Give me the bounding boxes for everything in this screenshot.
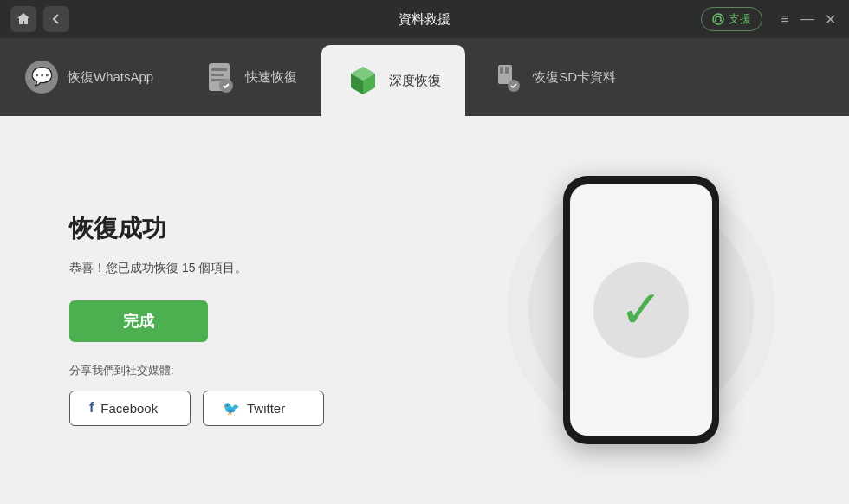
twitter-icon: 🐦 bbox=[223, 400, 240, 417]
window-controls: ≡ — ✕ bbox=[776, 10, 839, 28]
titlebar: 資料救援 支援 ≡ — ✕ bbox=[0, 0, 849, 38]
main-content: 恢復成功 恭喜！您已成功恢復 15 個項目。 完成 分享我們到社交媒體: f F… bbox=[0, 116, 849, 504]
svg-rect-16 bbox=[505, 67, 509, 74]
support-button[interactable]: 支援 bbox=[701, 7, 762, 31]
tab-quick-label: 快速恢復 bbox=[245, 69, 297, 86]
facebook-icon: f bbox=[89, 400, 94, 416]
tab-deep-label: 深度恢復 bbox=[389, 73, 441, 89]
app-title: 資料救援 bbox=[399, 11, 450, 28]
titlebar-right-controls: 支援 ≡ — ✕ bbox=[701, 7, 839, 31]
tab-whatsapp-label: 恢復WhatsApp bbox=[68, 69, 153, 86]
facebook-label: Facebook bbox=[100, 401, 158, 416]
checkmark-icon: ✓ bbox=[619, 284, 663, 336]
titlebar-left-controls bbox=[10, 6, 69, 32]
back-button[interactable] bbox=[43, 6, 69, 32]
deep-tab-icon bbox=[346, 63, 380, 98]
svg-rect-7 bbox=[211, 74, 224, 76]
quick-tab-icon bbox=[202, 60, 237, 94]
phone-illustration: ✓ bbox=[502, 176, 780, 444]
done-button[interactable]: 完成 bbox=[69, 300, 208, 342]
facebook-button[interactable]: f Facebook bbox=[69, 391, 191, 426]
headset-icon bbox=[712, 13, 724, 25]
success-title: 恢復成功 bbox=[69, 212, 502, 245]
menu-button[interactable]: ≡ bbox=[776, 10, 794, 28]
tab-sd[interactable]: 恢復SD卡資料 bbox=[465, 38, 640, 116]
tab-whatsapp[interactable]: 💬 恢復WhatsApp bbox=[0, 38, 178, 116]
sd-tab-icon bbox=[489, 60, 524, 94]
success-desc: 恭喜！您已成功恢復 15 個項目。 bbox=[69, 261, 502, 276]
support-label: 支援 bbox=[729, 11, 751, 27]
phone-screen: ✓ bbox=[570, 184, 712, 436]
svg-rect-15 bbox=[500, 67, 503, 74]
svg-text:💬: 💬 bbox=[31, 66, 53, 87]
tab-deep[interactable]: 深度恢復 bbox=[321, 45, 465, 116]
svg-point-0 bbox=[713, 14, 723, 24]
phone-frame: ✓ bbox=[563, 176, 719, 444]
svg-rect-2 bbox=[720, 19, 722, 22]
svg-rect-6 bbox=[211, 68, 227, 71]
twitter-label: Twitter bbox=[247, 401, 285, 416]
whatsapp-tab-icon: 💬 bbox=[24, 60, 59, 94]
social-buttons: f Facebook 🐦 Twitter bbox=[69, 391, 502, 426]
home-button[interactable] bbox=[10, 6, 36, 32]
close-button[interactable]: ✕ bbox=[821, 10, 839, 28]
share-label: 分享我們到社交媒體: bbox=[69, 363, 502, 378]
minimize-button[interactable]: — bbox=[799, 10, 816, 28]
tab-quick[interactable]: 快速恢復 bbox=[178, 38, 321, 116]
left-content: 恢復成功 恭喜！您已成功恢復 15 個項目。 完成 分享我們到社交媒體: f F… bbox=[69, 195, 502, 426]
nav-tabs: 💬 恢復WhatsApp 快速恢復 bbox=[0, 38, 849, 116]
checkmark-circle: ✓ bbox=[593, 262, 689, 358]
twitter-button[interactable]: 🐦 Twitter bbox=[203, 391, 324, 426]
tab-sd-label: 恢復SD卡資料 bbox=[533, 69, 616, 86]
svg-rect-1 bbox=[715, 19, 716, 22]
